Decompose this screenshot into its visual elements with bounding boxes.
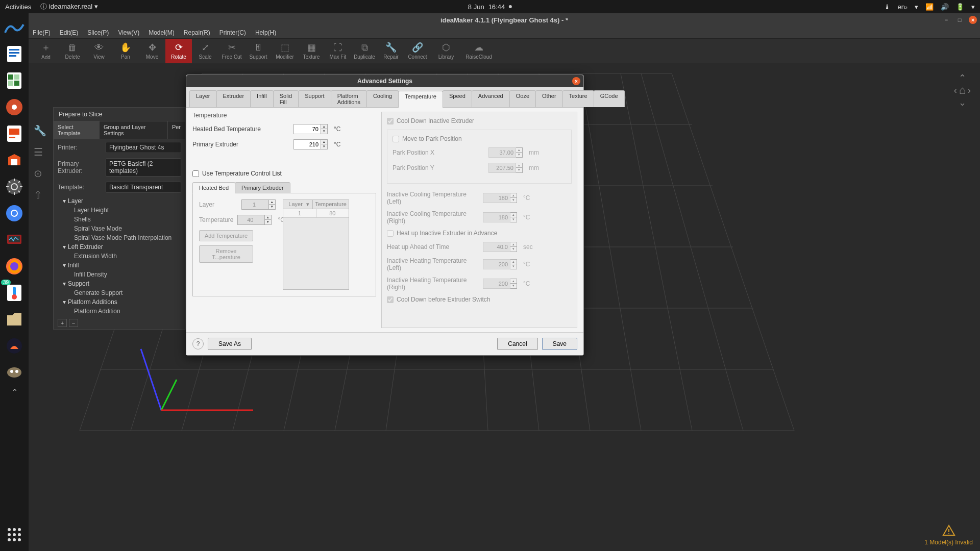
tab-cooling[interactable]: Cooling	[366, 90, 399, 107]
tree-add-button[interactable]: +	[58, 319, 67, 327]
tree-layer[interactable]: ▾Layer	[54, 196, 185, 206]
network-icon[interactable]: ▾	[915, 3, 918, 11]
spin-up-icon[interactable]: ▴	[321, 140, 327, 144]
spin-up-icon[interactable]: ▴	[321, 124, 327, 129]
app-indicator[interactable]: ⓘ ideamaker.real ▾	[40, 2, 98, 11]
tree-infill[interactable]: ▾Infill	[54, 261, 185, 270]
tool-connect[interactable]: 🔗Connect	[404, 39, 431, 63]
volume-icon[interactable]: 🔊	[941, 3, 949, 11]
tab-temperature[interactable]: Temperature	[398, 91, 443, 108]
lang-indicator[interactable]: en₂	[898, 3, 908, 11]
extruder-temp-input[interactable]	[293, 139, 321, 149]
dock-app-dark[interactable]	[2, 334, 27, 358]
tree-shells[interactable]: Shells	[54, 215, 185, 224]
wrench-icon[interactable]: 🔧	[34, 124, 46, 137]
dock-app-thermometer[interactable]: 39	[2, 281, 27, 305]
dock-app-settings[interactable]	[2, 174, 27, 199]
tool-delete[interactable]: 🗑Delete	[59, 39, 86, 63]
dock-app-disc[interactable]	[2, 95, 27, 119]
wifi-icon[interactable]: 📶	[925, 3, 934, 11]
tool-rotate[interactable]: ⟳Rotate	[165, 39, 192, 63]
tool-support[interactable]: 🎚Support	[245, 39, 272, 63]
tool-scale[interactable]: ⤢Scale	[192, 39, 218, 63]
prep-template-select[interactable]: Basicfil Transparent	[106, 182, 181, 193]
tree-layer-height[interactable]: Layer Height	[54, 206, 185, 215]
spin-down-icon[interactable]: ▾	[321, 144, 327, 149]
tree-infill-density[interactable]: Infill Density	[54, 270, 185, 279]
prep-tab-per[interactable]: Per	[168, 121, 185, 139]
tool-view[interactable]: 👁View	[86, 39, 112, 63]
tool-pan[interactable]: ✋Pan	[112, 39, 139, 63]
menu-printer[interactable]: Printer(C)	[219, 29, 246, 36]
tab-support[interactable]: Support	[298, 90, 331, 107]
menu-repair[interactable]: Repair(R)	[184, 29, 210, 36]
nav-down-icon[interactable]: ⌄	[954, 97, 971, 108]
system-menu-icon[interactable]: ▾	[971, 3, 975, 11]
tab-gcode[interactable]: GCode	[594, 90, 625, 107]
save-as-button[interactable]: Save As	[208, 338, 252, 350]
col-temperature[interactable]: Temperature	[313, 200, 349, 209]
thermometer-icon[interactable]: 🌡	[884, 3, 891, 11]
tree-support[interactable]: ▾Support	[54, 279, 185, 288]
nav-up-icon[interactable]: ⌃	[954, 72, 971, 84]
dock-apps-button[interactable]	[2, 522, 27, 547]
battery-icon[interactable]: 🔋	[956, 3, 964, 11]
dock-app-calc[interactable]	[2, 68, 27, 93]
spin-down-icon[interactable]: ▾	[321, 129, 327, 134]
tab-infill[interactable]: Infill	[250, 90, 274, 107]
use-temp-list-checkbox[interactable]	[192, 170, 199, 177]
menu-model[interactable]: Model(M)	[149, 29, 175, 36]
dock-app-wireshark[interactable]	[2, 15, 27, 40]
play-circle-icon[interactable]: ⊙	[34, 167, 46, 180]
dialog-close-button[interactable]: ×	[572, 77, 580, 85]
tree-extrusion-width[interactable]: Extrusion Width	[54, 252, 185, 261]
tab-extruder[interactable]: Extruder	[216, 90, 251, 107]
tree-remove-button[interactable]: −	[69, 319, 78, 327]
cancel-button[interactable]: Cancel	[497, 338, 537, 350]
subtab-heated-bed[interactable]: Heated Bed	[192, 182, 235, 193]
menu-help[interactable]: Help(H)	[255, 29, 276, 36]
dock-app-chromium[interactable]	[2, 201, 27, 226]
nav-right-icon[interactable]: ›	[968, 85, 971, 96]
prep-tab-select-template[interactable]: Select Template	[54, 121, 100, 139]
dock-app-monitor[interactable]	[2, 228, 27, 252]
prep-tab-group-layer[interactable]: Group and Layer Settings	[100, 121, 168, 139]
tab-texture[interactable]: Texture	[562, 90, 594, 107]
tab-advanced[interactable]: Advanced	[472, 90, 510, 107]
dock-app-gimp[interactable]	[2, 360, 27, 385]
tab-other[interactable]: Other	[535, 90, 563, 107]
dock-app-files[interactable]	[2, 307, 27, 332]
tool-repair[interactable]: 🔧Repair	[378, 39, 404, 63]
tree-generate-support[interactable]: Generate Support	[54, 288, 185, 297]
dock-expand-icon[interactable]: ⌃	[2, 387, 27, 397]
tool-freecut[interactable]: ✂Free Cut	[218, 39, 245, 63]
topbar-date[interactable]: 8 Jun	[468, 3, 484, 11]
col-layer[interactable]: Layer ▾	[283, 200, 313, 209]
dock-app-writer[interactable]	[2, 42, 27, 66]
menu-view[interactable]: View(V)	[118, 29, 139, 36]
dock-app-firefox[interactable]	[2, 254, 27, 279]
nav-left-icon[interactable]: ‹	[954, 85, 957, 96]
list-icon[interactable]: ☰	[34, 146, 46, 158]
tool-library[interactable]: ⬡Library	[431, 39, 461, 63]
menu-edit[interactable]: Edit(E)	[60, 29, 79, 36]
upload-icon[interactable]: ⇧	[34, 189, 46, 201]
status-warning[interactable]: 1 Model(s) Invalid	[924, 524, 973, 546]
tool-maxfit[interactable]: ⛶Max Fit	[325, 39, 351, 63]
prep-printer-select[interactable]: Flyingbear Ghost 4s	[106, 142, 181, 153]
tool-raisecloud[interactable]: ☁RaiseCloud	[461, 39, 496, 63]
save-button[interactable]: Save	[542, 338, 577, 350]
prep-extruder-select[interactable]: PETG Basicfl (2 templates)	[106, 158, 181, 177]
tree-platform-addition[interactable]: Platform Addition	[54, 307, 185, 316]
tool-move[interactable]: ✥Move	[139, 39, 165, 63]
tab-platform-additions[interactable]: Platform Additions	[331, 90, 367, 107]
close-button[interactable]: ×	[969, 16, 977, 24]
tool-add[interactable]: ＋Add	[33, 39, 59, 63]
dock-app-software[interactable]	[2, 148, 27, 172]
tool-texture[interactable]: ▦Texture	[298, 39, 325, 63]
help-button[interactable]: ?	[192, 338, 204, 349]
tree-spiral-vase[interactable]: Spiral Vase Mode	[54, 224, 185, 233]
minimize-button[interactable]: −	[942, 16, 950, 24]
activities-button[interactable]: Activities	[5, 3, 31, 11]
tree-platform-add[interactable]: ▾Platform Additions	[54, 297, 185, 307]
